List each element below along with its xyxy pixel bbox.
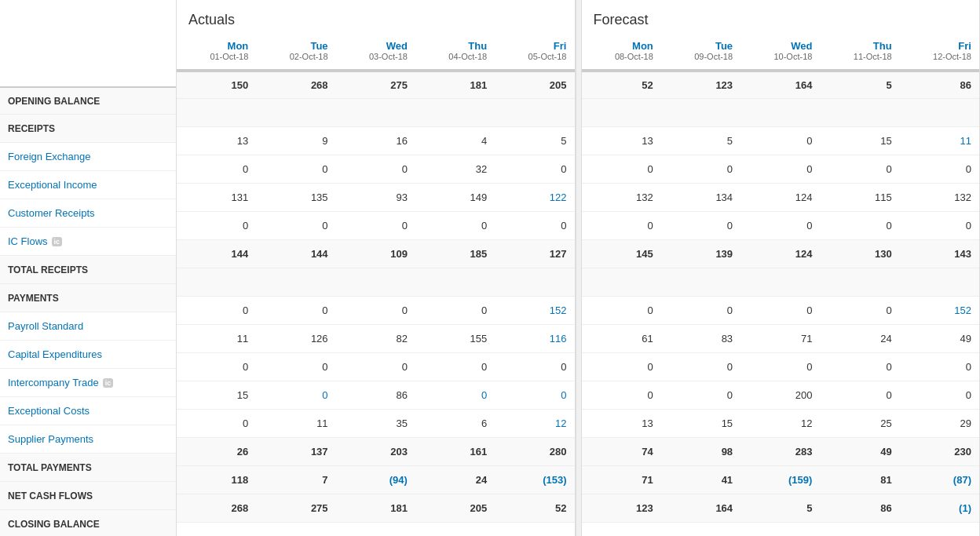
cell: [495, 99, 574, 126]
sidebar-intercompany-trade[interactable]: Intercompany Trade ic: [0, 369, 176, 397]
cell: [336, 99, 415, 126]
sidebar-exceptional-income[interactable]: Exceptional Income: [0, 171, 176, 199]
sidebar-total-payments: TOTAL PAYMENTS: [0, 454, 176, 482]
cell: 7: [256, 466, 335, 494]
table-row: 145139124130143: [582, 240, 980, 268]
forecast-title: Forecast: [582, 0, 980, 32]
sidebar-net-cash-flows: NET CASH FLOWS: [0, 482, 176, 510]
cell: 127: [495, 240, 574, 268]
actuals-col-headers: Mon 01-Oct-18 Tue 02-Oct-18 Wed 03-Oct-1…: [177, 32, 575, 71]
sidebar-customer-receipts[interactable]: Customer Receipts: [0, 199, 176, 228]
table-row: 13501511: [582, 127, 980, 155]
actuals-col-wed: Wed 03-Oct-18: [336, 36, 415, 69]
cell: 0: [740, 127, 820, 155]
forecast-col-tue: Tue 09-Oct-18: [661, 36, 740, 69]
cell: 0: [256, 212, 335, 239]
cell: 0: [900, 381, 979, 409]
cell: 161: [415, 438, 495, 465]
cell: 0: [582, 212, 661, 239]
sidebar-ic-flows[interactable]: IC Flows ic: [0, 228, 176, 256]
cell: 152: [495, 297, 574, 324]
sidebar-capital-expenditures[interactable]: Capital Expenditures: [0, 341, 176, 369]
cell: 25: [820, 410, 899, 437]
table-row: [582, 268, 980, 297]
forecast-section: Forecast Mon 08-Oct-18 Tue 09-Oct-18 Wed…: [582, 0, 981, 536]
cell: 81: [820, 466, 899, 494]
cell: 49: [900, 325, 979, 352]
cell: 143: [900, 240, 979, 268]
cell: [415, 99, 495, 126]
cell: 155: [415, 325, 495, 352]
cell: 12: [495, 410, 574, 437]
sidebar-receipts-header: RECEIPTS: [0, 115, 176, 143]
cell: 109: [336, 240, 415, 268]
cell: 52: [495, 494, 574, 522]
forecast-col-headers: Mon 08-Oct-18 Tue 09-Oct-18 Wed 10-Oct-1…: [582, 32, 980, 71]
sidebar-exceptional-costs[interactable]: Exceptional Costs: [0, 397, 176, 425]
actuals-data-rows: 1502682751812051391645000320131135931491…: [177, 71, 575, 523]
cell: 0: [740, 297, 820, 324]
cell: 0: [820, 212, 899, 239]
data-area: Actuals Mon 01-Oct-18 Tue 02-Oct-18 Wed …: [177, 0, 980, 536]
cell: 61: [582, 325, 661, 352]
sections-wrapper: Actuals Mon 01-Oct-18 Tue 02-Oct-18 Wed …: [177, 0, 980, 536]
cell: 0: [256, 155, 335, 183]
cell: 13: [582, 410, 661, 437]
cell: [495, 268, 574, 296]
forecast-col-thu: Thu 11-Oct-18: [820, 36, 899, 69]
cell: 280: [495, 438, 574, 465]
cell: 0: [336, 212, 415, 239]
cell: 13: [177, 127, 256, 155]
cell: [177, 268, 256, 296]
cell: 0: [177, 353, 256, 381]
cell: 0: [177, 155, 256, 183]
cell: 35: [336, 410, 415, 437]
table-row: [177, 99, 575, 127]
cell: 9: [256, 127, 335, 155]
table-row: 000320: [177, 155, 575, 184]
cell: 275: [256, 494, 335, 522]
cell: 16: [336, 127, 415, 155]
table-row: 1112682155116: [177, 325, 575, 353]
table-row: 749828349230: [582, 438, 980, 466]
sidebar-closing-balance: CLOSING BALANCE: [0, 510, 176, 536]
sidebar-payroll-standard[interactable]: Payroll Standard: [0, 312, 176, 341]
cell: 0: [256, 353, 335, 381]
actuals-col-mon: Mon 01-Oct-18: [177, 36, 256, 69]
cell: [661, 268, 740, 296]
cell: 0: [661, 381, 740, 409]
cell: 71: [740, 325, 820, 352]
table-row: 0020000: [582, 381, 980, 410]
cell: 164: [740, 72, 820, 98]
cell: 149: [415, 184, 495, 211]
cell: 0: [582, 155, 661, 183]
cell: 0: [415, 212, 495, 239]
table-row: 00000: [582, 353, 980, 381]
cell: [740, 268, 820, 296]
cell: 0: [820, 297, 899, 324]
cell: 0: [582, 381, 661, 409]
cell: 26: [177, 438, 256, 465]
sidebar-foreign-exchange[interactable]: Foreign Exchange: [0, 143, 176, 171]
cell: 0: [900, 353, 979, 381]
cell: 230: [900, 438, 979, 465]
cell: [820, 99, 899, 126]
table-row: 7141(159)81(87): [582, 466, 980, 494]
ic-badge-2: ic: [103, 378, 114, 388]
cell: 0: [256, 381, 335, 409]
cell: 93: [336, 184, 415, 211]
table-row: 150268275181205: [177, 71, 575, 99]
table-row: 144144109185127: [177, 240, 575, 268]
cell: 131: [177, 184, 256, 211]
cell: 124: [740, 240, 820, 268]
cell: 134: [661, 184, 740, 211]
sidebar-supplier-payments[interactable]: Supplier Payments: [0, 425, 176, 454]
table-row: 00000: [177, 353, 575, 381]
cell: 135: [256, 184, 335, 211]
cell: 200: [740, 381, 820, 409]
cell: 126: [256, 325, 335, 352]
cell: 181: [415, 72, 495, 98]
cell: 123: [582, 494, 661, 522]
table-row: 1187(94)24(153): [177, 466, 575, 494]
table-row: 1391645: [177, 127, 575, 155]
